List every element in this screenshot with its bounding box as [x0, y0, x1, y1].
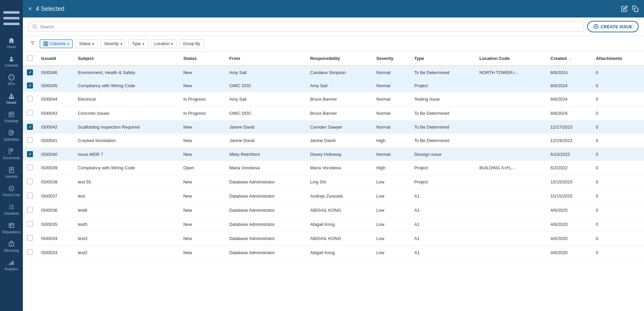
row-checkbox-3[interactable]: [27, 110, 33, 116]
row-issueid-9: IS00037: [37, 189, 74, 203]
severity-filter-button[interactable]: Severity: [100, 39, 126, 48]
table-row: IS00041 Cracked foundation New Janine Da…: [23, 134, 644, 148]
row-checkbox-9[interactable]: [27, 193, 33, 199]
row-checkbox-10[interactable]: [27, 207, 33, 213]
col-header-issueid[interactable]: IssueId: [37, 51, 74, 66]
sidebar-item-journals[interactable]: Journals: [0, 163, 23, 182]
row-checkbox-cell-4[interactable]: [23, 120, 37, 134]
edit-icon[interactable]: [621, 5, 628, 12]
severity-chevron-icon: [120, 41, 122, 46]
row-checkbox-2[interactable]: [27, 96, 33, 102]
journals-icon: [8, 167, 15, 173]
row-checkbox-11[interactable]: [27, 221, 33, 227]
row-severity-12: Low: [372, 232, 410, 246]
status-filter-button[interactable]: Status: [75, 39, 98, 48]
filter-options-button[interactable]: [28, 39, 37, 48]
row-subject-10: test6: [74, 203, 179, 217]
row-checkbox-cell-6[interactable]: [23, 148, 37, 161]
sidebar-item-documents[interactable]: Documents: [0, 145, 23, 163]
row-from-12: Database Administrator: [225, 232, 306, 246]
row-checkbox-6[interactable]: [27, 151, 33, 157]
sidebar-item-home[interactable]: Home: [0, 34, 23, 52]
sidebar-label-journals: Journals: [5, 175, 18, 178]
close-selection-button[interactable]: ×: [28, 6, 32, 12]
row-checkbox-cell-1[interactable]: [23, 79, 37, 92]
select-all-header[interactable]: [23, 51, 37, 66]
row-checkbox-cell-0[interactable]: [23, 66, 37, 79]
row-checkbox-4[interactable]: [27, 124, 33, 130]
type-filter-button[interactable]: Type: [129, 39, 148, 48]
sidebar-label-analytics: Analytics: [5, 267, 18, 271]
row-checkbox-0[interactable]: [27, 69, 33, 75]
row-checkbox-cell-3[interactable]: [23, 106, 37, 120]
row-checkbox-12[interactable]: [27, 235, 33, 241]
sidebar-item-receiving[interactable]: Receiving: [0, 237, 23, 256]
row-checkbox-1[interactable]: [27, 82, 33, 89]
row-attachments-8: 0: [592, 175, 644, 189]
row-checkbox-cell-8[interactable]: [23, 175, 37, 189]
sidebar-item-submittals[interactable]: Submittals: [0, 126, 23, 145]
documents-icon: [8, 148, 15, 155]
columns-filter-button[interactable]: Columns: [40, 39, 73, 48]
row-checkbox-13[interactable]: [27, 249, 33, 255]
row-issueid-11: IS00035: [37, 217, 74, 232]
col-header-from[interactable]: From: [225, 51, 306, 66]
location-filter-button[interactable]: Location: [151, 39, 177, 48]
col-header-location[interactable]: Location Code: [475, 51, 546, 66]
row-issueid-7: IS00039: [37, 161, 74, 175]
row-checkbox-cell-5[interactable]: [23, 134, 37, 148]
row-checkbox-8[interactable]: [27, 178, 33, 184]
create-issue-button[interactable]: CREATE ISSUE: [587, 21, 639, 32]
row-subject-2: Electrical: [74, 92, 179, 106]
svg-rect-30: [11, 262, 12, 265]
col-header-responsibility[interactable]: Responsibility: [306, 51, 372, 66]
columns-icon: [43, 41, 48, 46]
copy-icon[interactable]: [632, 5, 639, 12]
col-header-status[interactable]: Status: [179, 51, 225, 66]
row-created-1: 8/8/2024: [546, 79, 592, 92]
sidebar-item-analytics[interactable]: Analytics: [0, 256, 23, 274]
sidebar-item-issues[interactable]: Issues: [0, 89, 23, 108]
row-checkbox-7[interactable]: [27, 164, 33, 170]
sidebar-item-checklists[interactable]: Checklists: [0, 200, 23, 219]
row-type-9: A1: [410, 189, 475, 203]
row-checkbox-cell-10[interactable]: [23, 203, 37, 217]
select-all-checkbox[interactable]: [27, 55, 33, 61]
sidebar-item-drawings[interactable]: Drawings: [0, 108, 23, 126]
row-severity-6: Normal: [372, 148, 410, 161]
row-attachments-11: 0: [592, 217, 644, 232]
hamburger-menu[interactable]: [0, 3, 23, 34]
row-status-5: New: [179, 134, 225, 148]
row-created-13: 4/6/2020: [546, 246, 592, 260]
row-checkbox-cell-9[interactable]: [23, 189, 37, 203]
col-header-attachments[interactable]: Attachments: [592, 51, 644, 66]
row-checkbox-cell-13[interactable]: [23, 246, 37, 260]
groupby-filter-button[interactable]: Group By: [179, 39, 204, 48]
col-header-created[interactable]: Created ↓: [546, 51, 592, 66]
row-checkbox-cell-11[interactable]: [23, 217, 37, 232]
row-checkbox-cell-2[interactable]: [23, 92, 37, 106]
row-subject-13: test2: [74, 246, 179, 260]
col-header-severity[interactable]: Severity: [372, 51, 410, 66]
row-issueid-4: IS00042: [37, 120, 74, 134]
row-location-3: [475, 106, 546, 120]
row-location-12: [475, 232, 546, 246]
sidebar-label-documents: Documents: [3, 156, 20, 160]
sidebar-item-rfis[interactable]: ? RFIs: [0, 71, 23, 89]
sidebar-item-contacts[interactable]: Contacts: [0, 52, 23, 71]
col-header-subject[interactable]: Subject: [74, 51, 179, 66]
row-checkbox-cell-7[interactable]: [23, 161, 37, 175]
row-type-4: To Be Determined: [410, 120, 475, 134]
sidebar-item-punchlists[interactable]: Punch Lists: [0, 182, 23, 200]
location-chevron-icon: [171, 41, 173, 46]
search-box[interactable]: [28, 22, 584, 32]
sidebar-item-requisitions[interactable]: Requisitions: [0, 219, 23, 237]
row-responsibility-7: Maria Vorobeva: [306, 161, 372, 175]
row-checkbox-5[interactable]: [27, 137, 33, 143]
col-header-type[interactable]: Type: [410, 51, 475, 66]
row-checkbox-cell-12[interactable]: [23, 232, 37, 246]
row-severity-5: High: [372, 134, 410, 148]
row-subject-7: Compliancy with Wiring Code: [74, 161, 179, 175]
row-severity-11: Low: [372, 217, 410, 232]
search-input[interactable]: [40, 24, 580, 29]
